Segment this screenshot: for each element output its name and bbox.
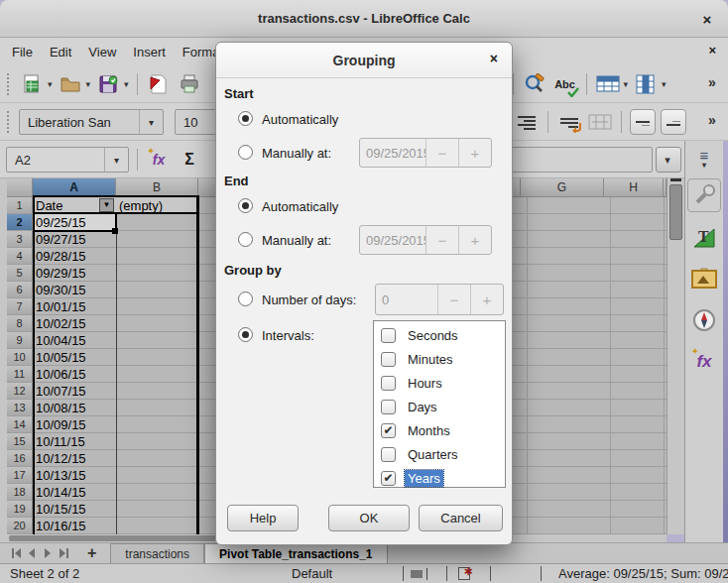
toolbar-drag-handle[interactable] [7, 73, 11, 95]
row-header-13[interactable]: 13 [7, 400, 33, 415]
cell-B9[interactable] [116, 332, 198, 348]
interval-option-days[interactable]: Days [374, 395, 505, 418]
intervals-listbox[interactable]: SecondsMinutesHoursDays✔MonthsQuarters✔Y… [373, 320, 506, 488]
menu-file[interactable]: File [10, 43, 35, 61]
days-decrease-icon[interactable]: − [437, 285, 470, 314]
name-box-dropdown-icon[interactable]: ▾ [104, 148, 128, 172]
cell-B5[interactable] [116, 265, 198, 281]
interval-option-minutes[interactable]: Minutes [374, 347, 505, 371]
cell-A10[interactable]: 10/05/15 [33, 349, 116, 365]
cell-B2[interactable] [116, 214, 198, 230]
cell-A17[interactable]: 10/13/15 [33, 467, 116, 483]
cell-A13[interactable]: 10/08/15 [33, 400, 116, 415]
end-automatically-radio[interactable] [238, 198, 253, 213]
formatting-overflow-icon[interactable]: » [708, 112, 716, 128]
menu-view[interactable]: View [86, 43, 118, 61]
days-increase-icon[interactable]: + [470, 285, 503, 314]
cell-B3[interactable] [116, 231, 198, 247]
next-sheet-icon[interactable] [40, 545, 56, 561]
previous-sheet-icon[interactable] [24, 545, 40, 561]
cell-A11[interactable]: 10/06/15 [33, 366, 116, 382]
ok-button[interactable]: OK [328, 505, 410, 531]
open-file-icon[interactable] [58, 71, 83, 97]
row-header-8[interactable]: 8 [7, 315, 33, 331]
sum-icon[interactable]: Σ [177, 147, 202, 173]
interval-option-months[interactable]: ✔Months [374, 418, 505, 442]
checkbox-unchecked-icon[interactable] [381, 447, 396, 462]
selection-mode-icon[interactable] [411, 570, 423, 578]
first-sheet-icon[interactable] [8, 545, 24, 561]
new-dropdown-icon[interactable]: ▾ [48, 79, 53, 89]
cell-B16[interactable] [116, 450, 198, 466]
cell-B8[interactable] [116, 315, 198, 331]
font-name-dropdown-icon[interactable]: ▾ [139, 110, 163, 134]
insert-rows-dropdown-icon[interactable]: ▾ [624, 79, 629, 89]
checkbox-checked-icon[interactable]: ✔ [381, 471, 396, 486]
interval-option-quarters[interactable]: Quarters [374, 442, 505, 466]
number-of-days-label[interactable]: Number of days: [262, 292, 356, 307]
end-manually-radio[interactable] [238, 232, 253, 247]
vertical-scrollbar-thumb[interactable] [669, 184, 682, 240]
row-header-18[interactable]: 18 [7, 484, 33, 500]
number-of-days-radio[interactable] [238, 292, 253, 306]
cell-B4[interactable] [116, 248, 198, 264]
toolbar-overflow-icon[interactable]: » [708, 74, 716, 90]
cell-A5[interactable]: 09/29/15 [33, 265, 116, 281]
cell-A16[interactable]: 10/12/15 [33, 450, 116, 466]
cell-B11[interactable] [116, 366, 198, 382]
number-of-days-spinner[interactable]: 0 − + [375, 284, 504, 315]
row-header-7[interactable]: 7 [7, 298, 33, 314]
window-close-icon[interactable]: × [696, 9, 718, 29]
cell-A20[interactable]: 10/16/15 [33, 518, 116, 533]
row-header-3[interactable]: 3 [7, 231, 33, 247]
row-header-17[interactable]: 17 [7, 467, 33, 483]
cell-A18[interactable]: 10/14/15 [33, 484, 116, 500]
fill-handle[interactable] [112, 228, 118, 234]
start-manually-label[interactable]: Manually at: [262, 146, 331, 161]
navigator-deck-icon[interactable] [687, 303, 721, 337]
start-manually-radio[interactable] [238, 145, 253, 160]
insert-columns-dropdown-icon[interactable]: ▾ [662, 79, 667, 89]
cell-A6[interactable]: 09/30/15 [33, 282, 116, 297]
end-date-decrease-icon[interactable]: − [425, 226, 458, 254]
select-all-corner[interactable] [7, 178, 33, 197]
end-automatically-label[interactable]: Automatically [262, 199, 338, 214]
open-dropdown-icon[interactable]: ▾ [86, 79, 91, 89]
wrap-text-icon[interactable] [556, 109, 582, 135]
row-header-16[interactable]: 16 [7, 450, 33, 466]
checkbox-unchecked-icon[interactable] [381, 376, 396, 391]
row-header-11[interactable]: 11 [7, 366, 33, 382]
toolbar-drag-handle[interactable] [7, 111, 11, 133]
name-box[interactable]: A2 ▾ [6, 147, 129, 173]
split-handle[interactable] [670, 178, 681, 181]
row-header-6[interactable]: 6 [7, 282, 33, 297]
cell-B1[interactable]: (empty) [116, 197, 198, 213]
cell-B15[interactable] [116, 433, 198, 449]
cell-A1[interactable]: Date ▼ [33, 197, 116, 213]
end-date-increase-icon[interactable]: + [458, 226, 491, 254]
end-date-spinner[interactable]: 09/25/2015 − + [359, 225, 492, 255]
row-header-12[interactable]: 12 [7, 383, 33, 399]
checkbox-unchecked-icon[interactable] [381, 352, 396, 367]
cell-B14[interactable] [116, 416, 198, 432]
cell-B7[interactable] [116, 298, 198, 314]
sidebar-settings-icon[interactable]: ≡▾ [700, 151, 709, 171]
row-header-5[interactable]: 5 [7, 265, 33, 281]
row-header-14[interactable]: 14 [7, 416, 33, 432]
cell-B6[interactable] [116, 282, 198, 297]
sheet-position[interactable]: Sheet 2 of 2 [10, 566, 79, 581]
cell-B19[interactable] [116, 501, 198, 517]
document-close-icon[interactable]: × [708, 43, 716, 58]
row-header-19[interactable]: 19 [7, 501, 33, 517]
functions-deck-icon[interactable]: fx✦ [687, 345, 721, 379]
new-document-icon[interactable] [19, 71, 45, 97]
end-manually-label[interactable]: Manually at: [262, 233, 331, 248]
start-date-decrease-icon[interactable]: − [425, 139, 458, 167]
selection-statistics[interactable]: Average: 09/25/15; Sum: 09/25 [558, 566, 728, 581]
menu-edit[interactable]: Edit [48, 43, 73, 61]
cell-B20[interactable] [116, 518, 198, 533]
help-button[interactable]: Help [227, 505, 299, 531]
cell-A3[interactable]: 09/27/15 [33, 231, 116, 247]
row-header-10[interactable]: 10 [7, 349, 33, 365]
dialog-titlebar[interactable]: Grouping × [216, 43, 512, 78]
